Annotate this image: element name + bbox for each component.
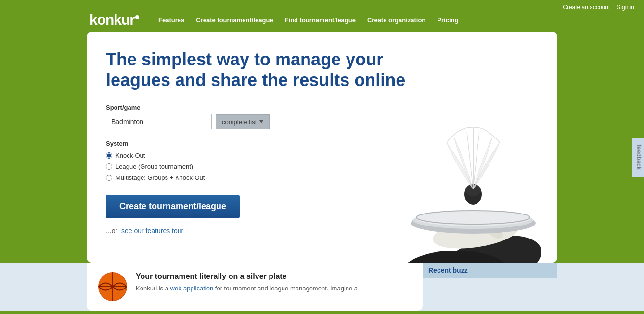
site-logo[interactable]: konkur — [90, 12, 139, 27]
sign-in-link[interactable]: Sign in — [617, 4, 634, 11]
nav-find-tournament[interactable]: Find tournament/league — [285, 16, 356, 24]
create-tournament-button[interactable]: Create tournament/league — [106, 195, 240, 218]
bottom-text: Your tournament literally on a silver pl… — [136, 272, 411, 293]
logo-area: konkur — [90, 13, 139, 27]
radio-knockout-label: Knock-Out — [116, 152, 145, 159]
bottom-description: Konkuri is a web application for tournam… — [136, 284, 411, 293]
sport-icon — [98, 272, 127, 301]
system-radio-group: Knock-Out League (Group tournament) Mult… — [106, 152, 356, 181]
nav-create-org[interactable]: Create organization — [367, 16, 425, 24]
features-tour-link[interactable]: see our features tour — [121, 227, 183, 235]
feedback-tab[interactable]: feedback — [633, 138, 644, 176]
complete-list-label: complete list — [222, 118, 257, 126]
radio-multistage-input[interactable] — [106, 175, 112, 181]
complete-list-button[interactable]: complete list — [216, 114, 270, 129]
create-account-link[interactable]: Create an account — [563, 4, 610, 11]
radio-league-label: League (Group tournament) — [116, 163, 193, 170]
create-form: Sport/game complete list System Knock-Ou… — [106, 104, 356, 235]
sport-row: complete list — [106, 114, 356, 129]
radio-multistage-label: Multistage: Groups + Knock-Out — [116, 174, 205, 181]
or-text: ...or — [106, 227, 117, 235]
bottom-left-panel: Your tournament literally on a silver pl… — [87, 263, 423, 311]
bottom-title: Your tournament literally on a silver pl… — [136, 272, 411, 281]
sport-input[interactable] — [106, 114, 212, 129]
logo-nav-row: konkur Features Create tournament/league… — [0, 11, 644, 32]
main-navigation: Features Create tournament/league Find t… — [158, 16, 458, 24]
bottom-section: Your tournament literally on a silver pl… — [0, 263, 644, 311]
features-link-line: ...or see our features tour — [106, 227, 356, 235]
radio-multistage[interactable]: Multistage: Groups + Knock-Out — [106, 174, 356, 181]
site-header: Create an account Sign in konkur Feature… — [0, 0, 644, 32]
auth-bar: Create an account Sign in — [0, 0, 644, 11]
system-label: System — [106, 140, 356, 147]
bottom-desc-text2: for tournament and league management. Im… — [213, 285, 358, 292]
nav-create-tournament[interactable]: Create tournament/league — [196, 16, 273, 24]
radio-knockout-input[interactable] — [106, 152, 112, 159]
svg-point-16 — [99, 273, 127, 301]
sport-label: Sport/game — [106, 104, 356, 111]
main-card: The simplest way to manage your leagues … — [87, 32, 557, 263]
radio-league[interactable]: League (Group tournament) — [106, 163, 356, 170]
bottom-desc-text: Konkuri is a — [136, 285, 170, 292]
recent-buzz-title: Recent buzz — [423, 263, 557, 278]
nav-pricing[interactable]: Pricing — [437, 16, 458, 24]
radio-knockout[interactable]: Knock-Out — [106, 152, 356, 159]
nav-features[interactable]: Features — [158, 16, 184, 24]
shuttlecock-illustration — [360, 61, 543, 263]
recent-buzz-panel: Recent buzz — [423, 263, 557, 311]
bottom-desc-link[interactable]: web application — [170, 285, 214, 292]
dropdown-caret-icon — [259, 120, 263, 123]
radio-league-input[interactable] — [106, 163, 112, 170]
main-card-wrapper: The simplest way to manage your leagues … — [0, 32, 644, 263]
